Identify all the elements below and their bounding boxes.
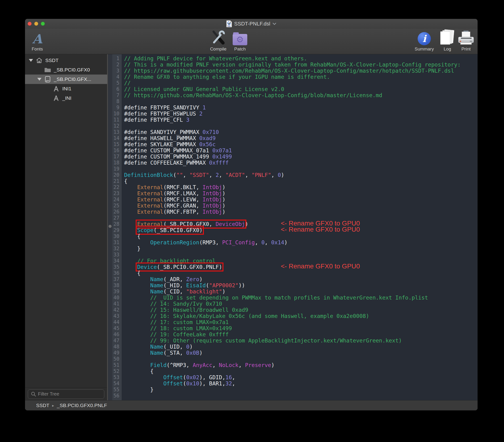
disclosure-triangle-icon[interactable] <box>29 59 33 62</box>
code-line-53: 53 Offset(0x02), GDID,16, <box>108 374 478 380</box>
line-number: 17 <box>108 154 121 160</box>
line-number: 1 <box>108 55 121 62</box>
code-token: // _UID is set depending on PWMMax to ma… <box>124 295 428 301</box>
code-token <box>124 264 137 270</box>
filter-area <box>25 387 107 401</box>
code-token: 2 <box>216 172 219 178</box>
code-text: // 99: Other (requires custom AppleBackl… <box>124 337 402 344</box>
code-token: , <box>238 362 245 368</box>
line-number: 13 <box>108 129 121 135</box>
sidebar-item-sb-pci0-gfx0[interactable]: _SB.PCI0.GFX0 <box>25 65 107 74</box>
line-number: 12 <box>108 123 121 129</box>
code-line-17: 17#define CUSTOM_PWMMAX_1499 0x1499 <box>108 154 478 160</box>
code-text: Name(_ADR, Zero) <box>124 276 202 282</box>
code-line-30: 30 { <box>108 233 478 239</box>
line-number: 4 <box>108 74 121 80</box>
code-line-21: 21{ <box>108 178 478 184</box>
code-token: External <box>137 196 163 203</box>
code-token: Scope <box>137 227 153 233</box>
code-token: #define FBTYPE_SANDYIVY <box>124 105 202 111</box>
code-token: Name <box>150 282 163 288</box>
code-text: #define FBTYPE_SANDYIVY 1 <box>124 105 206 111</box>
code-text: // 19: CoffeeLake 0xffff <box>124 331 229 337</box>
code-text: // <box>124 80 131 86</box>
code-token: IntObj <box>202 203 222 209</box>
sidebar-item-ssdt[interactable]: SSDT <box>25 56 107 65</box>
print-button[interactable]: Print <box>448 29 478 52</box>
close-button[interactable] <box>28 22 32 26</box>
code-token: { <box>124 178 127 184</box>
line-number: 7 <box>108 92 121 98</box>
sidebar-item-label: INI1 <box>62 86 72 91</box>
code-line-32: 32 } <box>108 246 478 252</box>
line-number: 9 <box>108 105 121 111</box>
breadcrumb-separator-icon: ▸ <box>52 403 54 408</box>
code-line-42: 42 // 15: Haswell/Broadwell 0xad9 <box>108 307 478 313</box>
code-token: , <box>219 172 226 178</box>
code-token <box>124 380 163 387</box>
line-number: 53 <box>108 374 121 380</box>
code-token: Field <box>150 362 167 368</box>
code-line-56: 56 <box>108 393 478 399</box>
code-line-33: 33 <box>108 252 478 258</box>
line-number: 25 <box>108 203 121 209</box>
code-line-44: 44 // 17: custom LMAX=0x7a1 <box>108 319 478 325</box>
code-line-55: 55 } <box>108 387 478 393</box>
code-token: DefinitionBlock <box>124 172 173 178</box>
code-text: DefinitionBlock("", "SSDT", 2, "ACDT", "… <box>124 172 284 178</box>
title-chevron-down-icon[interactable] <box>272 23 276 25</box>
line-number: 52 <box>108 368 121 374</box>
code-token: { <box>124 270 140 276</box>
sidebar: SSDT_SB.PCI0.GFX0_SB.PCI0.GFX...INI1_INI <box>25 54 108 401</box>
fonts-button[interactable]: A Fonts <box>25 29 55 52</box>
code-text: Name(_STA, 0x0B) <box>124 350 202 356</box>
code-token: (RMCF.LEVW, <box>163 196 202 203</box>
zoom-button[interactable] <box>41 22 45 26</box>
line-number: 6 <box>108 86 121 92</box>
code-text: } <box>124 387 154 393</box>
code-token: , <box>232 374 235 380</box>
breadcrumb-root[interactable]: SSDT <box>36 403 49 408</box>
code-token: // Rename GFX0 to anything else if your … <box>124 74 330 80</box>
code-text: Name(_HID, EisaId("APP0002")) <box>124 282 245 288</box>
code-token: Name <box>150 288 163 295</box>
code-token: // 99: Other (requires custom AppleBackl… <box>124 337 402 344</box>
sidebar-item-ini1[interactable]: INI1 <box>25 84 107 93</box>
code-token: // <box>124 80 131 86</box>
code-text: #define FBTYPE_HSWPLUS 2 <box>124 111 202 117</box>
code-token: , <box>255 239 261 246</box>
line-number: 22 <box>108 184 121 190</box>
minimize-button[interactable] <box>34 22 38 26</box>
code-line-41: 41 // 14: Sandy/Ivy 0x710 <box>108 301 478 307</box>
code-token: #define FBTYPE_HSWPLUS <box>124 111 199 117</box>
title-bar[interactable]: DSL SSDT-PNLF.dsl <box>25 19 478 29</box>
code-token: "PNLF" <box>252 172 271 178</box>
code-editor[interactable]: 1// Adding PNLF device for WhateverGreen… <box>108 54 478 401</box>
line-number: 32 <box>108 246 121 252</box>
patch-button[interactable]: ⚙ Patch <box>222 29 258 52</box>
code-token: 0x0B <box>186 350 199 356</box>
code-token: , <box>265 239 271 246</box>
code-token: IntObj <box>202 209 222 215</box>
code-token: 32 <box>225 380 232 387</box>
sidebar-item-sb-pci0-gfx[interactable]: _SB.PCI0.GFX... <box>25 74 107 84</box>
code-token: // This is a modified PNLF version origi… <box>124 62 461 68</box>
code-token: ( <box>206 282 209 288</box>
line-number: 48 <box>108 344 121 350</box>
sidebar-item-ini[interactable]: _INI <box>25 93 107 103</box>
code-token: 0x1499 <box>212 154 232 160</box>
code-line-54: 54 Offset(0x10), BAR1,32, <box>108 380 478 387</box>
code-token: ) <box>245 221 248 227</box>
disclosure-triangle-icon[interactable] <box>37 78 41 81</box>
line-number: 20 <box>108 172 121 178</box>
breadcrumb-path[interactable]: _SB.PCI0.GFX0.PNLF <box>57 403 107 408</box>
code-token: PCI_Config <box>222 239 255 246</box>
content: SSDT_SB.PCI0.GFX0_SB.PCI0.GFX...INI1_INI <box>25 54 478 401</box>
code-token: AnyAcc <box>193 362 212 368</box>
line-number: 8 <box>108 98 121 105</box>
document-proxy-icon[interactable]: DSL <box>226 20 232 27</box>
filter-tree-input[interactable] <box>28 389 104 399</box>
code-token: Offset <box>163 374 183 380</box>
code-line-2: 2// This is a modified PNLF version orig… <box>108 62 478 68</box>
code-token: (RMCF.GRAN, <box>163 203 202 209</box>
